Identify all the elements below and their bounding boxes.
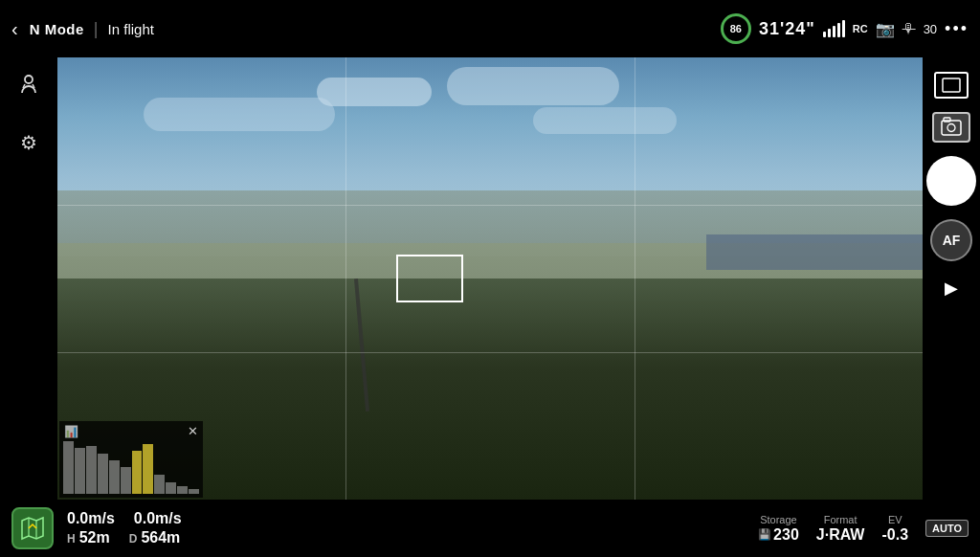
format-group: Format J·RAW [816, 514, 865, 544]
left-sidebar: ⚙ [0, 57, 57, 500]
histogram-icon: 📊 [64, 425, 78, 438]
horizontal-speed: 0.0m/s [67, 510, 115, 527]
cloud [533, 107, 677, 134]
ev-group: EV -0.3 [881, 514, 908, 544]
storage-label: Storage [760, 514, 797, 525]
telemetry-row-top: 0.0m/s 0.0m/s [67, 510, 182, 527]
format-value: J·RAW [816, 526, 865, 544]
distance-label: D [129, 532, 138, 546]
ocean-hint [706, 234, 923, 270]
distance-value: 564m [141, 529, 180, 546]
top-bar-right: 86 31'24" RC 📷 🎙 30 ••• [721, 13, 969, 44]
alert-icon[interactable] [15, 72, 42, 104]
sd-icon: 💾 [758, 528, 771, 541]
map-button[interactable] [11, 507, 54, 549]
ev-label: EV [888, 514, 902, 525]
auto-badge[interactable]: AUTO [925, 520, 969, 537]
altitude-value: 52m [79, 529, 110, 546]
svg-point-0 [25, 76, 33, 83]
storage-group: Storage 💾 230 [758, 514, 799, 544]
altitude: H 52m [67, 529, 110, 546]
settings-icon[interactable]: ⚙ [20, 131, 37, 154]
mode-label: N Mode [30, 21, 84, 37]
back-button[interactable]: ‹ [11, 18, 18, 40]
camera-icon: 📷 [876, 20, 895, 38]
rc-label: RC [853, 23, 868, 34]
right-sidebar: AF ▶ [923, 57, 980, 500]
count-label: 30 [924, 22, 937, 36]
separator: | [94, 19, 99, 39]
telemetry-row-bottom: H 52m D 564m [67, 529, 182, 546]
top-bar: ‹ N Mode | In flight 86 31'24" RC 📷 🎙 30… [0, 0, 980, 57]
histogram-panel: 📊 ✕ [59, 421, 203, 498]
focus-box[interactable] [396, 255, 463, 302]
cloud [317, 78, 432, 106]
shutter-button[interactable] [926, 156, 976, 206]
histogram-bars [63, 436, 199, 494]
vertical-speed: 0.0m/s [134, 510, 182, 527]
capture-mode-button[interactable] [932, 112, 970, 143]
play-icon: ▶ [945, 278, 958, 299]
screen-format-button[interactable] [934, 72, 969, 99]
format-label: Format [824, 514, 858, 525]
bottom-bar: 0.0m/s 0.0m/s H 52m D 564m Storage 💾 230 [0, 500, 980, 557]
playback-button[interactable]: ▶ [934, 275, 969, 301]
svg-rect-3 [943, 78, 960, 92]
d-speed-value: 0.0m/s [134, 510, 182, 527]
cloud [447, 67, 619, 105]
more-button[interactable]: ••• [945, 19, 969, 39]
svg-point-6 [947, 124, 955, 132]
signal-bars [823, 20, 845, 37]
status-label: In flight [108, 21, 154, 37]
battery-indicator: 86 [721, 13, 751, 44]
ev-value: -0.3 [881, 526, 908, 544]
storage-row: 💾 230 [758, 526, 799, 544]
distance: D 564m [129, 529, 181, 546]
flight-time: 31'24" [759, 19, 815, 39]
svg-rect-4 [942, 121, 961, 135]
h-speed-value: 0.0m/s [67, 510, 115, 527]
bottom-right-controls: Storage 💾 230 Format J·RAW EV -0.3 AUTO [758, 514, 969, 544]
altitude-label: H [67, 532, 76, 546]
speaker-icon: 🎙 [902, 21, 916, 36]
svg-rect-5 [944, 118, 950, 122]
af-button[interactable]: AF [930, 219, 972, 261]
svg-marker-7 [22, 518, 43, 539]
histogram-close-button[interactable]: ✕ [188, 424, 198, 438]
storage-value: 230 [773, 526, 799, 544]
telemetry-group: 0.0m/s 0.0m/s H 52m D 564m [67, 510, 182, 546]
cloud [144, 98, 335, 131]
